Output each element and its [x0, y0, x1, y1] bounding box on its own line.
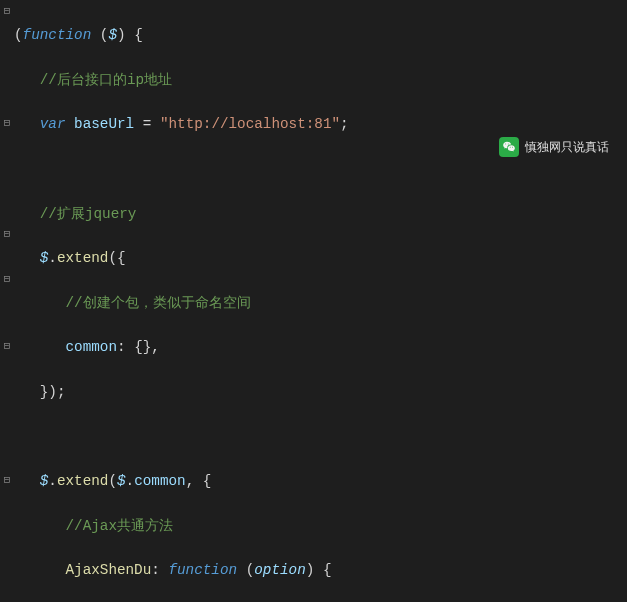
code-line: $.extend($.common, {	[14, 470, 627, 492]
code-line: });	[14, 381, 627, 403]
code-line: //创建个包，类似于命名空间	[14, 292, 627, 314]
fold-marker[interactable]: ⊟	[2, 274, 12, 284]
fold-gutter: ⊟ ⊟ ⊟ ⊟ ⊟ ⊟	[0, 0, 14, 180]
fold-marker[interactable]: ⊟	[2, 341, 12, 351]
code-line: AjaxShenDu: function (option) {	[14, 559, 627, 581]
fold-marker[interactable]: ⊟	[2, 475, 12, 485]
code-line	[14, 426, 627, 448]
code-line: var baseUrl = "http://localhost:81";	[14, 113, 627, 135]
watermark-label: 慎独网只说真话	[525, 136, 609, 158]
code-line: //扩展jquery	[14, 203, 627, 225]
code-line: $.extend({	[14, 247, 627, 269]
fold-marker[interactable]: ⊟	[2, 229, 12, 239]
code-editor: ⊟ ⊟ ⊟ ⊟ ⊟ ⊟ (function ($) { //后台接口的ip地址 …	[0, 0, 627, 180]
code-line: //后台接口的ip地址	[14, 69, 627, 91]
code-line: //Ajax共通方法	[14, 515, 627, 537]
code-content: (function ($) { //后台接口的ip地址 var baseUrl …	[14, 2, 627, 602]
fold-marker[interactable]: ⊟	[2, 118, 12, 128]
code-line	[14, 158, 627, 180]
code-line: common: {},	[14, 336, 627, 358]
code-line: (function ($) {	[14, 24, 627, 46]
watermark: 慎独网只说真话	[499, 136, 609, 158]
fold-marker[interactable]: ⊟	[2, 6, 12, 16]
wechat-icon	[499, 137, 519, 157]
